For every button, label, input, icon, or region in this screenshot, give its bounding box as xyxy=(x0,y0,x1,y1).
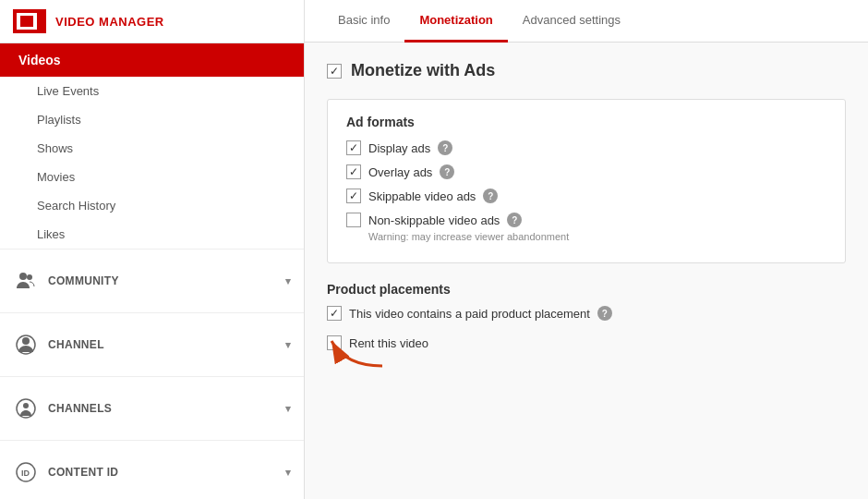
ad-formats-title: Ad formats xyxy=(346,115,826,129)
svg-rect-2 xyxy=(20,16,33,27)
sidebar-header: VIDEO MANAGER xyxy=(0,0,304,43)
sidebar: VIDEO MANAGER Videos Live Events Playlis… xyxy=(0,0,305,499)
nav-section-community: COMMUNITY ▾ xyxy=(0,249,304,312)
channels-chevron: ▾ xyxy=(285,403,291,415)
product-placement-label: This video contains a paid product place… xyxy=(349,307,590,321)
community-chevron: ▾ xyxy=(285,275,291,287)
non-skippable-warning: Warning: may increase viewer abandonment xyxy=(368,231,826,242)
skippable-video-ads-option: Skippable video ads ? xyxy=(346,189,826,203)
youtube-logo xyxy=(13,9,46,33)
skippable-video-ads-checkbox[interactable] xyxy=(346,189,361,203)
community-label: COMMUNITY xyxy=(48,274,285,287)
person-icon xyxy=(13,332,39,358)
svg-point-5 xyxy=(22,337,30,345)
rent-row: Rent this video xyxy=(327,335,846,350)
people-icon xyxy=(13,268,39,294)
display-ads-label: Display ads xyxy=(368,141,430,155)
content-id-chevron: ▾ xyxy=(285,467,291,479)
sidebar-item-likes[interactable]: Likes xyxy=(0,220,304,249)
display-ads-help-icon[interactable]: ? xyxy=(438,140,452,155)
monetize-title: Monetize with Ads xyxy=(351,61,495,80)
nav-section-channel: CHANNEL ▾ xyxy=(0,312,304,376)
arrow-svg xyxy=(318,324,392,371)
monetize-checkbox[interactable] xyxy=(327,64,342,79)
nav-section-channels: CHANNELS ▾ xyxy=(0,376,304,440)
content-id-label: CONTENT ID xyxy=(48,466,285,479)
tabs-bar: Basic info Monetization Advanced setting… xyxy=(305,0,868,43)
person-circle-icon xyxy=(13,396,39,421)
product-placements-title: Product placements xyxy=(327,282,846,297)
sidebar-item-community[interactable]: COMMUNITY ▾ xyxy=(0,259,304,303)
nav-section-content-id: ID CONTENT ID ▾ xyxy=(0,440,304,499)
sidebar-item-playlists[interactable]: Playlists xyxy=(0,105,304,134)
channel-chevron: ▾ xyxy=(285,339,291,351)
sidebar-nav: Videos Live Events Playlists Shows Movie… xyxy=(0,43,304,499)
product-placement-help-icon[interactable]: ? xyxy=(597,306,612,321)
product-placement-wrapper: This video contains a paid product place… xyxy=(327,306,846,321)
display-ads-option: Display ads ? xyxy=(346,140,826,155)
display-ads-checkbox[interactable] xyxy=(346,140,361,155)
channel-label: CHANNEL xyxy=(48,338,285,351)
sidebar-item-channels[interactable]: CHANNELS ▾ xyxy=(0,386,304,431)
monetize-header: Monetize with Ads xyxy=(327,61,846,80)
skippable-video-ads-help-icon[interactable]: ? xyxy=(483,189,498,203)
ad-formats-box: Ad formats Display ads ? Overlay ads ? S… xyxy=(327,99,846,263)
monetization-content: Monetize with Ads Ad formats Display ads… xyxy=(305,43,868,369)
tab-basic-info[interactable]: Basic info xyxy=(323,0,404,43)
overlay-ads-option: Overlay ads ? xyxy=(346,164,826,179)
overlay-ads-help-icon[interactable]: ? xyxy=(440,164,454,179)
sidebar-title: VIDEO MANAGER xyxy=(55,15,164,29)
product-placements-section: Product placements This video contains a… xyxy=(327,282,846,321)
arrow-indicator xyxy=(318,324,392,373)
sidebar-item-channel[interactable]: CHANNEL ▾ xyxy=(0,323,304,367)
tab-advanced-settings[interactable]: Advanced settings xyxy=(508,0,635,43)
non-skippable-video-ads-checkbox[interactable] xyxy=(346,213,361,227)
non-skippable-video-ads-label: Non-skippable video ads xyxy=(368,213,500,227)
id-icon: ID xyxy=(13,459,39,485)
svg-text:ID: ID xyxy=(21,469,30,478)
overlay-ads-label: Overlay ads xyxy=(368,165,432,179)
sidebar-item-movies[interactable]: Movies xyxy=(0,163,304,191)
sidebar-item-videos[interactable]: Videos xyxy=(0,43,304,77)
svg-point-4 xyxy=(27,274,32,280)
sidebar-item-shows[interactable]: Shows xyxy=(0,134,304,163)
logo-svg xyxy=(13,9,46,33)
overlay-ads-checkbox[interactable] xyxy=(346,164,361,179)
svg-point-8 xyxy=(23,403,29,408)
non-skippable-video-ads-option: Non-skippable video ads ? xyxy=(346,213,826,227)
product-placement-row: This video contains a paid product place… xyxy=(327,306,846,321)
channels-label: CHANNELS xyxy=(48,402,285,415)
sidebar-item-content-id[interactable]: ID CONTENT ID ▾ xyxy=(0,450,304,494)
tab-monetization[interactable]: Monetization xyxy=(404,0,507,43)
product-placement-checkbox[interactable] xyxy=(327,306,342,321)
sidebar-item-live-events[interactable]: Live Events xyxy=(0,77,304,105)
svg-point-3 xyxy=(19,273,27,280)
non-skippable-video-ads-help-icon[interactable]: ? xyxy=(507,213,522,227)
skippable-video-ads-label: Skippable video ads xyxy=(368,189,476,203)
main-content: Basic info Monetization Advanced setting… xyxy=(305,0,868,499)
sidebar-item-search-history[interactable]: Search History xyxy=(0,191,304,220)
